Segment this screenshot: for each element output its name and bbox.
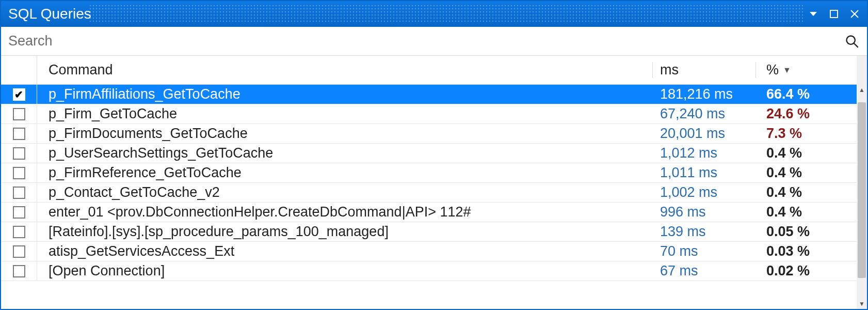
row-checkbox[interactable] (13, 147, 25, 160)
row-command: p_FirmDocuments_GetToCache (37, 126, 653, 142)
header-pct[interactable]: % ▼ (756, 62, 857, 78)
row-checkbox[interactable] (13, 245, 25, 258)
sort-desc-icon: ▼ (783, 66, 791, 75)
row-check-cell (1, 222, 37, 241)
table-header: Command ms % ▼ (1, 56, 857, 85)
table-row[interactable]: p_FirmReference_GetToCache1,011 ms0.4 % (1, 163, 857, 183)
row-pct: 0.4 % (756, 145, 857, 161)
row-checkbox[interactable] (13, 265, 25, 277)
maximize-icon[interactable] (828, 8, 840, 20)
row-check-cell (1, 124, 37, 143)
row-ms: 67 ms (653, 263, 756, 279)
row-pct: 0.05 % (756, 224, 857, 240)
close-icon[interactable] (848, 8, 861, 20)
row-check-cell (1, 163, 37, 182)
row-ms: 70 ms (653, 243, 756, 259)
row-check-cell (1, 203, 37, 222)
window-controls (807, 8, 861, 20)
row-checkbox[interactable] (13, 206, 25, 219)
header-command[interactable]: Command (37, 62, 653, 78)
row-command: [Open Connection] (37, 263, 653, 279)
row-command: p_Firm_GetToCache (37, 106, 653, 122)
row-ms: 20,001 ms (653, 126, 756, 142)
row-checkbox[interactable] (13, 167, 25, 179)
table-row[interactable]: p_FirmDocuments_GetToCache20,001 ms7.3 % (1, 124, 857, 144)
row-check-cell (1, 242, 37, 261)
row-pct: 0.03 % (756, 243, 857, 259)
row-check-cell: ✔ (1, 85, 37, 104)
table-row[interactable]: ✔p_FirmAffiliations_GetToCache181,216 ms… (1, 85, 857, 104)
row-checkbox[interactable]: ✔ (13, 88, 25, 101)
row-ms: 1,011 ms (653, 165, 756, 181)
row-command: p_Contact_GetToCache_v2 (37, 184, 653, 200)
search-bar (1, 27, 867, 56)
sql-queries-panel: SQL Queries Command (0, 0, 868, 310)
row-command: [Rateinfo].[sys].[sp_procedure_params_10… (37, 224, 653, 240)
svg-point-1 (847, 36, 855, 44)
svg-line-2 (854, 43, 858, 47)
row-ms: 67,240 ms (653, 106, 756, 122)
row-pct: 0.4 % (756, 184, 857, 200)
queries-table: Command ms % ▼ ✔p_FirmAffiliations_GetTo… (1, 56, 857, 309)
panel-title: SQL Queries (8, 6, 91, 22)
scroll-up-icon[interactable]: ▲ (857, 85, 867, 95)
scroll-down-icon[interactable]: ▼ (857, 299, 867, 309)
minimize-icon[interactable] (807, 8, 819, 20)
row-pct: 7.3 % (756, 126, 857, 142)
scroll-thumb[interactable] (858, 102, 866, 278)
row-check-cell (1, 183, 37, 202)
row-check-cell (1, 144, 37, 163)
row-ms: 139 ms (653, 224, 756, 240)
row-command: p_UserSearchSettings_GetToCache (37, 145, 653, 161)
row-ms: 996 ms (653, 204, 756, 220)
row-ms: 181,216 ms (653, 86, 756, 102)
table-row[interactable]: p_Firm_GetToCache67,240 ms24.6 % (1, 104, 857, 124)
row-command: p_FirmReference_GetToCache (37, 165, 653, 181)
row-ms: 1,002 ms (653, 184, 756, 200)
vertical-scrollbar[interactable]: ▲ ▼ (857, 56, 867, 309)
table-area: Command ms % ▼ ✔p_FirmAffiliations_GetTo… (1, 56, 867, 309)
row-checkbox[interactable] (13, 128, 25, 140)
title-bar-grip[interactable] (89, 4, 805, 24)
row-checkbox[interactable] (13, 187, 25, 199)
row-command: enter_01 <prov.DbConnectionHelper.Create… (37, 204, 653, 220)
row-checkbox[interactable] (13, 108, 25, 120)
row-command: p_FirmAffiliations_GetToCache (37, 86, 653, 102)
row-check-cell (1, 261, 37, 281)
table-row[interactable]: enter_01 <prov.DbConnectionHelper.Create… (1, 203, 857, 222)
search-icon[interactable] (839, 34, 865, 49)
title-bar[interactable]: SQL Queries (1, 1, 867, 27)
checkmark-icon: ✔ (14, 89, 23, 100)
row-pct: 66.4 % (756, 86, 857, 102)
row-check-cell (1, 104, 37, 123)
search-input[interactable] (8, 33, 839, 49)
table-row[interactable]: p_Contact_GetToCache_v21,002 ms0.4 % (1, 183, 857, 203)
row-pct: 0.02 % (756, 263, 857, 279)
svg-rect-0 (830, 10, 838, 18)
header-check (1, 56, 37, 84)
header-pct-label: % (766, 62, 779, 78)
row-checkbox[interactable] (13, 226, 25, 238)
row-pct: 0.4 % (756, 204, 857, 220)
header-ms[interactable]: ms (653, 62, 756, 78)
table-row[interactable]: [Open Connection]67 ms0.02 % (1, 261, 857, 281)
table-row[interactable]: p_UserSearchSettings_GetToCache1,012 ms0… (1, 144, 857, 163)
table-row[interactable]: atisp_GetServicesAccess_Ext70 ms0.03 % (1, 242, 857, 261)
row-command: atisp_GetServicesAccess_Ext (37, 243, 653, 259)
row-pct: 24.6 % (756, 106, 857, 122)
row-ms: 1,012 ms (653, 145, 756, 161)
table-row[interactable]: [Rateinfo].[sys].[sp_procedure_params_10… (1, 222, 857, 242)
row-pct: 0.4 % (756, 165, 857, 181)
